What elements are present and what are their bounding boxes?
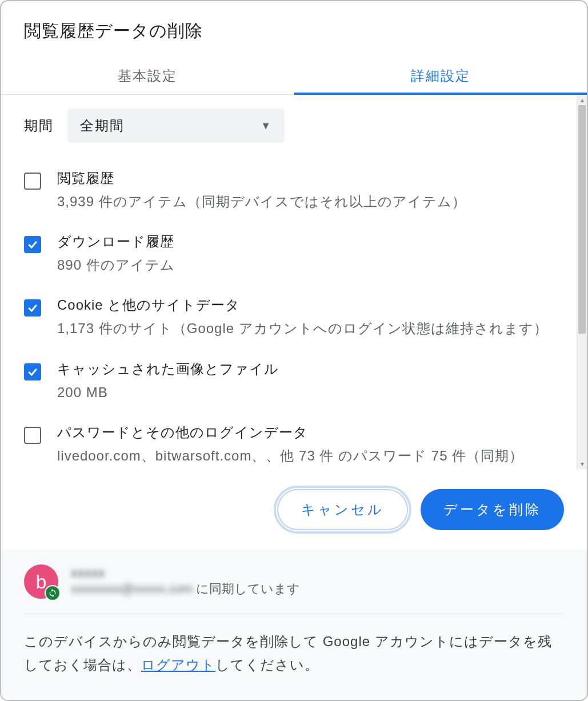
- time-range-select[interactable]: 全期間 ▼: [67, 109, 285, 143]
- sync-icon: [45, 585, 61, 601]
- options-list: 閲覧履歴 3,939 件のアイテム（同期デバイスではそれ以上のアイテム） ダウン…: [24, 159, 554, 469]
- option-title: キャッシュされた画像とファイル: [57, 360, 554, 378]
- tab-advanced[interactable]: 詳細設定: [294, 57, 587, 94]
- option-desc: 1,173 件のサイト（Google アカウントへのログイン状態は維持されます）: [57, 318, 554, 339]
- scrollbar-up-arrow-icon[interactable]: ▴: [577, 95, 587, 105]
- cancel-button[interactable]: キャンセル: [277, 489, 408, 530]
- account-text: xxxxx xxxxxxxx@xxxxx.com に同期しています: [71, 566, 300, 598]
- account-name: xxxxx: [71, 566, 300, 580]
- option-cookies[interactable]: Cookie と他のサイトデータ 1,173 件のサイト（Google アカウン…: [24, 286, 554, 349]
- option-cached-images[interactable]: キャッシュされた画像とファイル 200 MB: [24, 350, 554, 413]
- clear-browsing-data-dialog: 閲覧履歴データの削除 基本設定 詳細設定 期間 全期間 ▼ 閲覧履歴: [0, 0, 588, 701]
- option-passwords[interactable]: パスワードとその他のログインデータ livedoor.com、bitwarsof…: [24, 413, 554, 470]
- option-browsing-history[interactable]: 閲覧履歴 3,939 件のアイテム（同期デバイスではそれ以上のアイテム）: [24, 159, 554, 222]
- scrollbar[interactable]: ▴ ▾: [577, 95, 587, 469]
- checkbox-passwords[interactable]: [24, 427, 41, 444]
- option-title: パスワードとその他のログインデータ: [57, 423, 554, 442]
- option-desc: 890 件のアイテム: [57, 254, 554, 275]
- account-sync-line: xxxxxxxx@xxxxx.com に同期しています: [71, 580, 300, 598]
- confirm-delete-button[interactable]: データを削除: [421, 489, 564, 530]
- time-range-value: 全期間: [80, 117, 125, 135]
- chevron-down-icon: ▼: [261, 120, 272, 132]
- checkbox-cookies[interactable]: [24, 299, 41, 317]
- option-desc: 200 MB: [57, 382, 554, 403]
- footer-note: このデバイスからのみ閲覧データを削除して Google アカウントにはデータを残…: [24, 614, 564, 677]
- account-panel: b xxxxx xxxxxxxx@xxxxx.com に同期しています このデバ…: [1, 550, 587, 700]
- scroll-area: 期間 全期間 ▼ 閲覧履歴 3,939 件のアイテム（同期デバイスではそれ以上の…: [1, 95, 587, 469]
- option-title: Cookie と他のサイトデータ: [57, 296, 554, 314]
- option-desc: livedoor.com、bitwarsoft.com、、他 73 件 のパスワ…: [57, 445, 554, 466]
- tabs: 基本設定 詳細設定: [1, 57, 587, 95]
- checkbox-download-history[interactable]: [24, 236, 41, 253]
- option-download-history[interactable]: ダウンロード履歴 890 件のアイテム: [24, 222, 554, 286]
- dialog-title: 閲覧履歴データの削除: [1, 1, 587, 57]
- tab-basic[interactable]: 基本設定: [1, 57, 294, 94]
- account-row: b xxxxx xxxxxxxx@xxxxx.com に同期しています: [24, 550, 564, 614]
- option-title: 閲覧履歴: [57, 169, 554, 187]
- scroll-content: 期間 全期間 ▼ 閲覧履歴 3,939 件のアイテム（同期デバイスではそれ以上の…: [1, 95, 577, 469]
- option-desc: 3,939 件のアイテム（同期デバイスではそれ以上のアイテム）: [57, 191, 554, 212]
- account-email: xxxxxxxx@xxxxx.com: [71, 582, 193, 596]
- avatar-wrap: b: [24, 564, 58, 599]
- dialog-actions: キャンセル データを削除: [1, 469, 587, 550]
- time-range-row: 期間 全期間 ▼: [24, 109, 554, 143]
- option-title: ダウンロード履歴: [57, 233, 554, 251]
- time-range-label: 期間: [24, 117, 54, 135]
- scrollbar-thumb[interactable]: [578, 105, 586, 334]
- scrollbar-down-arrow-icon[interactable]: ▾: [577, 459, 587, 469]
- checkbox-cached-images[interactable]: [24, 363, 41, 380]
- footer-text-after: してください。: [215, 657, 319, 672]
- sync-suffix: に同期しています: [193, 582, 300, 596]
- logout-link[interactable]: ログアウト: [141, 657, 215, 672]
- checkbox-browsing-history[interactable]: [24, 173, 41, 190]
